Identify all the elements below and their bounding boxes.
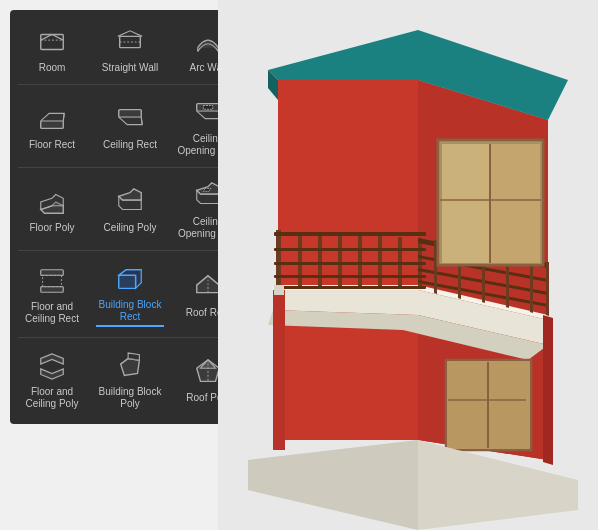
ceiling-rect-icon — [114, 103, 146, 135]
svg-marker-23 — [41, 369, 64, 379]
divider-1 — [18, 84, 242, 85]
building-block-poly-icon — [114, 350, 146, 382]
tool-floor-ceiling-rect-label: Floor and Ceiling Rect — [18, 301, 86, 325]
svg-rect-62 — [442, 144, 489, 263]
svg-rect-0 — [41, 35, 64, 50]
floor-ceiling-rect-icon — [36, 265, 68, 297]
tool-room-label: Room — [39, 62, 66, 74]
svg-marker-12 — [119, 189, 142, 200]
divider-4 — [18, 337, 242, 338]
tool-floor-poly[interactable]: Floor Poly — [14, 172, 90, 246]
tool-building-block-rect[interactable]: Building Block Rect — [92, 255, 168, 333]
building-preview — [218, 0, 598, 530]
tool-floor-ceiling-poly-label: Floor and Ceiling Poly — [18, 386, 86, 410]
svg-rect-18 — [41, 287, 64, 293]
tool-building-block-rect-label: Building Block Rect — [96, 299, 164, 327]
svg-rect-46 — [274, 275, 426, 278]
svg-rect-40 — [378, 236, 382, 287]
floor-ceiling-poly-icon — [36, 350, 68, 382]
tool-floor-poly-label: Floor Poly — [29, 222, 74, 234]
svg-marker-22 — [41, 354, 64, 364]
toolbar-panel: Room Straight Wall Arc Wall — [10, 10, 250, 424]
svg-rect-47 — [274, 286, 426, 289]
svg-rect-63 — [491, 144, 540, 263]
svg-rect-4 — [41, 121, 64, 129]
floor-poly-icon — [36, 186, 68, 218]
straight-wall-icon — [114, 26, 146, 58]
ceiling-poly-icon — [114, 186, 146, 218]
svg-rect-38 — [338, 234, 342, 287]
tool-ceiling-poly-label: Ceiling Poly — [104, 222, 157, 234]
tool-ceiling-rect-label: Ceiling Rect — [103, 139, 157, 151]
svg-rect-43 — [274, 232, 426, 236]
tool-ceiling-poly[interactable]: Ceiling Poly — [92, 172, 168, 246]
svg-marker-75 — [543, 315, 553, 465]
tool-straight-wall-label: Straight Wall — [102, 62, 158, 74]
svg-rect-39 — [358, 235, 362, 287]
tool-straight-wall[interactable]: Straight Wall — [92, 18, 168, 80]
building-block-rect-icon — [114, 263, 146, 295]
tool-room[interactable]: Room — [14, 18, 90, 80]
svg-rect-73 — [273, 290, 285, 450]
svg-rect-37 — [318, 233, 322, 287]
svg-marker-15 — [203, 189, 211, 192]
svg-rect-44 — [274, 248, 426, 251]
svg-rect-19 — [43, 275, 62, 286]
svg-rect-6 — [119, 110, 142, 118]
svg-rect-9 — [203, 106, 212, 110]
tool-floor-rect-label: Floor Rect — [29, 139, 75, 151]
tool-building-block-poly-label: Building Block Poly — [96, 386, 164, 410]
room-icon — [36, 26, 68, 58]
tool-floor-ceiling-rect[interactable]: Floor and Ceiling Rect — [14, 255, 90, 333]
svg-marker-58 — [546, 262, 549, 316]
tool-floor-rect[interactable]: Floor Rect — [14, 89, 90, 163]
svg-rect-17 — [41, 270, 64, 276]
floor-rect-icon — [36, 103, 68, 135]
divider-3 — [18, 250, 242, 251]
svg-rect-74 — [274, 285, 284, 295]
svg-rect-35 — [276, 230, 281, 288]
tool-building-block-poly[interactable]: Building Block Poly — [92, 342, 168, 416]
tool-floor-ceiling-poly[interactable]: Floor and Ceiling Poly — [14, 342, 90, 416]
svg-rect-2 — [120, 36, 141, 47]
svg-rect-45 — [274, 262, 426, 265]
tool-ceiling-rect[interactable]: Ceiling Rect — [92, 89, 168, 163]
svg-rect-36 — [298, 232, 302, 287]
svg-rect-20 — [119, 275, 136, 288]
divider-2 — [18, 167, 242, 168]
